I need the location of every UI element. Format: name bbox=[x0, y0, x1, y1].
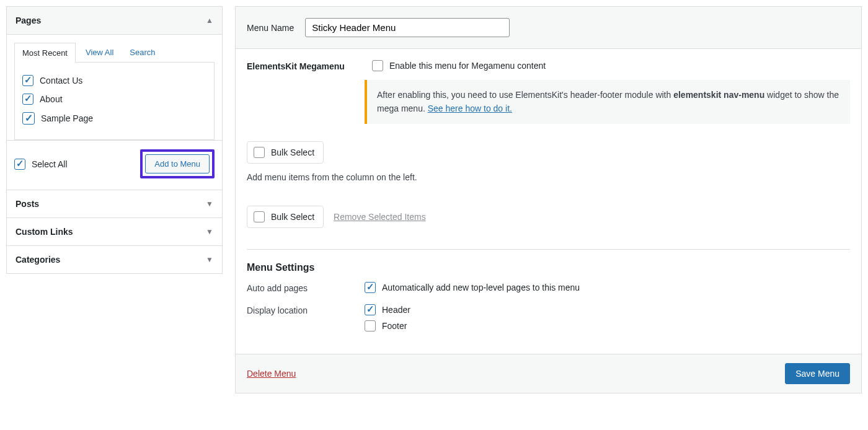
chevron-down-icon: ▼ bbox=[206, 227, 213, 236]
page-label: Sample Page bbox=[41, 113, 93, 123]
bulk-select-checkbox[interactable] bbox=[254, 147, 265, 158]
accordion-header-categories[interactable]: Categories ▼ bbox=[7, 246, 222, 273]
delete-menu-link[interactable]: Delete Menu bbox=[247, 369, 296, 379]
panel-title: Pages bbox=[16, 15, 41, 25]
bulk-select-label: Bulk Select bbox=[271, 147, 314, 157]
auto-add-check-label: Automatically add new top-level pages to… bbox=[382, 283, 580, 292]
page-item[interactable]: About bbox=[22, 90, 206, 108]
accordion-panel-categories: Categories ▼ bbox=[6, 245, 223, 274]
add-to-menu-highlight: Add to Menu bbox=[140, 149, 215, 178]
megamenu-enable-label: Enable this menu for Megamenu content bbox=[389, 61, 546, 71]
bulk-select-bottom[interactable]: Bulk Select bbox=[247, 206, 324, 228]
bulk-select-bottom-row: Bulk Select Remove Selected Items bbox=[247, 206, 850, 228]
display-location-options: Header Footer bbox=[365, 304, 410, 336]
select-all-label: Select All bbox=[32, 159, 68, 169]
display-location-row: Display location Header Footer bbox=[247, 304, 850, 336]
panel-title: Posts bbox=[16, 199, 39, 209]
location-label: Header bbox=[382, 305, 410, 315]
panel-title: Categories bbox=[16, 255, 60, 265]
accordion-header-posts[interactable]: Posts ▼ bbox=[7, 190, 222, 217]
pages-sidebar: Pages ▲ Most Recent View All Search Cont… bbox=[6, 6, 223, 393]
remove-selected-link[interactable]: Remove Selected Items bbox=[334, 212, 426, 222]
add-items-hint: Add menu items from the column on the le… bbox=[247, 172, 850, 182]
accordion-body-pages: Most Recent View All Search Contact Us A… bbox=[7, 34, 222, 190]
accordion-panel-custom-links: Custom Links ▼ bbox=[6, 217, 223, 245]
menu-name-input[interactable] bbox=[305, 18, 510, 37]
accordion-panel-posts: Posts ▼ bbox=[6, 190, 223, 217]
bulk-select-top[interactable]: Bulk Select bbox=[247, 141, 324, 164]
pages-list: Contact Us About Sample Page bbox=[14, 62, 215, 140]
tab-most-recent[interactable]: Most Recent bbox=[14, 43, 76, 63]
panel-title: Custom Links bbox=[16, 227, 73, 237]
megamenu-checkbox[interactable] bbox=[372, 60, 383, 71]
location-option-footer[interactable]: Footer bbox=[365, 320, 410, 331]
pages-panel-footer: Select All Add to Menu bbox=[7, 140, 222, 190]
note-text-bold: elementskit nav-menu bbox=[673, 90, 764, 100]
page-checkbox[interactable] bbox=[22, 75, 33, 86]
page-label: About bbox=[40, 94, 63, 104]
location-option-header[interactable]: Header bbox=[365, 304, 410, 315]
megamenu-enable[interactable]: Enable this menu for Megamenu content bbox=[372, 60, 546, 71]
tab-view-all[interactable]: View All bbox=[79, 43, 120, 62]
location-checkbox[interactable] bbox=[365, 304, 376, 315]
note-link[interactable]: See here how to do it. bbox=[428, 103, 512, 113]
select-all-checkbox[interactable] bbox=[14, 159, 25, 170]
megamenu-note: After enabling this, you need to use Ele… bbox=[365, 80, 850, 124]
auto-add-row: Auto add pages Automatically add new top… bbox=[247, 282, 850, 298]
pages-tabs: Most Recent View All Search bbox=[7, 35, 222, 62]
page-item[interactable]: Contact Us bbox=[22, 71, 206, 90]
auto-add-check[interactable]: Automatically add new top-level pages to… bbox=[365, 282, 580, 293]
bulk-select-checkbox[interactable] bbox=[254, 211, 265, 222]
page-label: Contact Us bbox=[40, 76, 82, 86]
page-checkbox[interactable] bbox=[22, 112, 35, 125]
chevron-down-icon: ▼ bbox=[206, 255, 213, 264]
chevron-down-icon: ▼ bbox=[206, 200, 213, 208]
accordion-panel-pages: Pages ▲ Most Recent View All Search Cont… bbox=[6, 6, 223, 190]
chevron-up-icon: ▲ bbox=[206, 16, 213, 25]
menu-footer: Delete Menu Save Menu bbox=[236, 354, 861, 393]
menu-editor: Menu Name ElementsKit Megamenu Enable th… bbox=[235, 6, 862, 393]
add-to-menu-button[interactable]: Add to Menu bbox=[145, 154, 210, 173]
divider bbox=[247, 249, 850, 250]
menu-body: ElementsKit Megamenu Enable this menu fo… bbox=[236, 49, 861, 354]
menu-header: Menu Name bbox=[236, 7, 861, 49]
location-label: Footer bbox=[382, 321, 407, 331]
note-text-prefix: After enabling this, you need to use Ele… bbox=[377, 90, 673, 100]
display-location-label: Display location bbox=[247, 304, 365, 315]
auto-add-label: Auto add pages bbox=[247, 282, 365, 293]
megamenu-row: ElementsKit Megamenu Enable this menu fo… bbox=[247, 60, 850, 71]
location-checkbox[interactable] bbox=[365, 320, 376, 331]
page-item[interactable]: Sample Page bbox=[22, 108, 206, 128]
accordion-header-pages[interactable]: Pages ▲ bbox=[7, 7, 222, 34]
bulk-select-label: Bulk Select bbox=[271, 212, 314, 222]
auto-add-checkbox[interactable] bbox=[365, 282, 376, 293]
select-all-row[interactable]: Select All bbox=[14, 159, 68, 170]
tab-search[interactable]: Search bbox=[123, 43, 161, 62]
megamenu-section-label: ElementsKit Megamenu bbox=[247, 60, 365, 71]
accordion-header-custom-links[interactable]: Custom Links ▼ bbox=[7, 218, 222, 245]
menu-name-label: Menu Name bbox=[247, 23, 294, 33]
menu-settings-title: Menu Settings bbox=[247, 262, 850, 273]
page-checkbox[interactable] bbox=[22, 94, 33, 105]
save-menu-button[interactable]: Save Menu bbox=[785, 363, 850, 384]
